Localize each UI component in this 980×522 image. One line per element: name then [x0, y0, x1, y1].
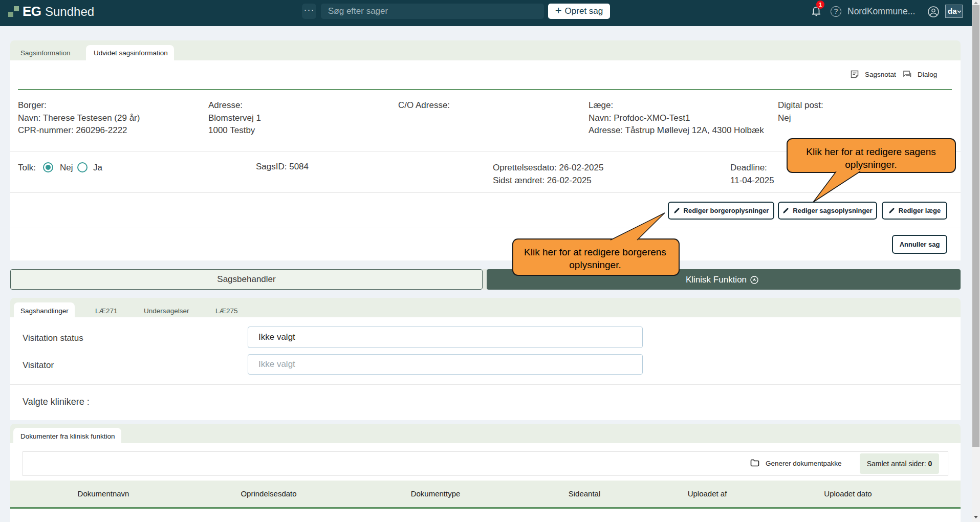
svg-text:Klik her for at redigere sagen: Klik her for at redigere sagens	[806, 146, 935, 157]
svg-text:oplysninger.: oplysninger.	[845, 159, 897, 170]
svg-text:Klik her for at redigere borge: Klik her for at redigere borgerens	[524, 247, 666, 257]
svg-text:oplysninger.: oplysninger.	[569, 259, 621, 270]
